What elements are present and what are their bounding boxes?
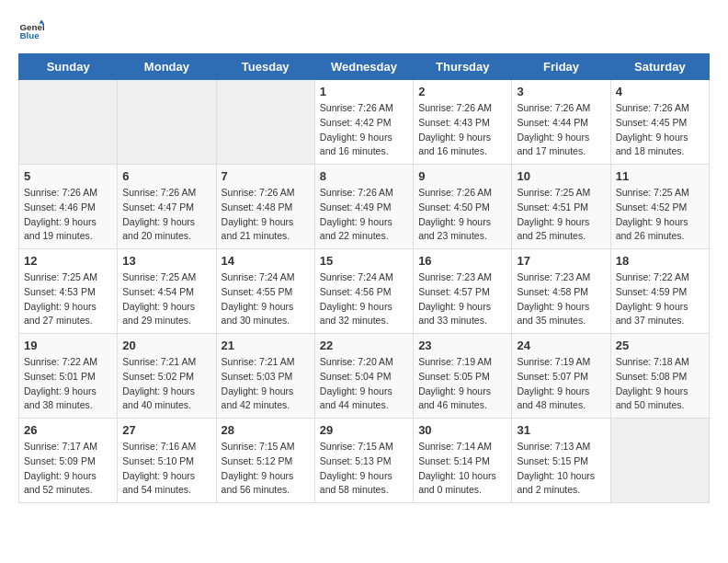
- day-number: 29: [320, 423, 408, 437]
- day-info: Sunrise: 7:22 AMSunset: 4:59 PMDaylight:…: [616, 270, 704, 328]
- calendar-cell: 20Sunrise: 7:21 AMSunset: 5:02 PMDayligh…: [118, 334, 216, 419]
- calendar-cell: 21Sunrise: 7:21 AMSunset: 5:03 PMDayligh…: [216, 334, 314, 419]
- calendar-cell: 5Sunrise: 7:26 AMSunset: 4:46 PMDaylight…: [19, 165, 118, 249]
- calendar-cell: 13Sunrise: 7:25 AMSunset: 4:54 PMDayligh…: [118, 249, 216, 334]
- logo-icon: General Blue: [18, 18, 44, 44]
- day-info: Sunrise: 7:26 AMSunset: 4:49 PMDaylight:…: [320, 186, 408, 244]
- header-day: Thursday: [414, 54, 512, 80]
- day-number: 31: [517, 423, 605, 437]
- calendar-cell: 19Sunrise: 7:22 AMSunset: 5:01 PMDayligh…: [19, 334, 118, 419]
- calendar-cell: 9Sunrise: 7:26 AMSunset: 4:50 PMDaylight…: [414, 165, 512, 249]
- day-info: Sunrise: 7:13 AMSunset: 5:15 PMDaylight:…: [517, 440, 605, 498]
- day-number: 6: [122, 169, 210, 183]
- day-number: 21: [222, 339, 310, 352]
- day-number: 2: [418, 85, 506, 98]
- calendar-week-row: 19Sunrise: 7:22 AMSunset: 5:01 PMDayligh…: [19, 334, 710, 419]
- calendar-week-row: 26Sunrise: 7:17 AMSunset: 5:09 PMDayligh…: [19, 419, 710, 503]
- day-info: Sunrise: 7:25 AMSunset: 4:51 PMDaylight:…: [517, 186, 605, 244]
- day-number: 14: [222, 254, 310, 268]
- calendar-cell: 4Sunrise: 7:26 AMSunset: 4:45 PMDaylight…: [610, 80, 709, 165]
- day-info: Sunrise: 7:15 AMSunset: 5:12 PMDaylight:…: [222, 440, 310, 498]
- day-number: 27: [122, 423, 210, 437]
- day-info: Sunrise: 7:26 AMSunset: 4:44 PMDaylight:…: [517, 101, 605, 159]
- day-info: Sunrise: 7:17 AMSunset: 5:09 PMDaylight:…: [24, 440, 112, 498]
- calendar-cell: [19, 80, 118, 165]
- day-number: 1: [320, 85, 408, 98]
- calendar-cell: 14Sunrise: 7:24 AMSunset: 4:55 PMDayligh…: [216, 249, 314, 334]
- day-info: Sunrise: 7:14 AMSunset: 5:14 PMDaylight:…: [418, 440, 506, 498]
- calendar-cell: [216, 80, 314, 165]
- header-day: Friday: [512, 54, 610, 80]
- day-info: Sunrise: 7:23 AMSunset: 4:58 PMDaylight:…: [517, 270, 605, 328]
- calendar-cell: 10Sunrise: 7:25 AMSunset: 4:51 PMDayligh…: [512, 165, 610, 249]
- day-info: Sunrise: 7:15 AMSunset: 5:13 PMDaylight:…: [320, 440, 408, 498]
- calendar-week-row: 12Sunrise: 7:25 AMSunset: 4:53 PMDayligh…: [19, 249, 710, 334]
- day-info: Sunrise: 7:26 AMSunset: 4:45 PMDaylight:…: [616, 101, 704, 159]
- day-info: Sunrise: 7:20 AMSunset: 5:04 PMDaylight:…: [320, 355, 408, 413]
- calendar-cell: 23Sunrise: 7:19 AMSunset: 5:05 PMDayligh…: [414, 334, 512, 419]
- calendar-cell: 29Sunrise: 7:15 AMSunset: 5:13 PMDayligh…: [314, 419, 413, 503]
- day-number: 18: [616, 254, 704, 268]
- day-number: 12: [24, 254, 112, 268]
- day-info: Sunrise: 7:23 AMSunset: 4:57 PMDaylight:…: [418, 270, 506, 328]
- calendar-cell: 18Sunrise: 7:22 AMSunset: 4:59 PMDayligh…: [610, 249, 709, 334]
- day-info: Sunrise: 7:24 AMSunset: 4:56 PMDaylight:…: [320, 270, 408, 328]
- day-info: Sunrise: 7:19 AMSunset: 5:07 PMDaylight:…: [517, 355, 605, 413]
- day-info: Sunrise: 7:19 AMSunset: 5:05 PMDaylight:…: [418, 355, 506, 413]
- header-day: Saturday: [610, 54, 709, 80]
- day-info: Sunrise: 7:26 AMSunset: 4:43 PMDaylight:…: [418, 101, 506, 159]
- day-number: 30: [418, 423, 506, 437]
- svg-text:Blue: Blue: [19, 30, 40, 40]
- calendar-cell: 15Sunrise: 7:24 AMSunset: 4:56 PMDayligh…: [314, 249, 413, 334]
- calendar-cell: 24Sunrise: 7:19 AMSunset: 5:07 PMDayligh…: [512, 334, 610, 419]
- calendar-cell: 6Sunrise: 7:26 AMSunset: 4:47 PMDaylight…: [118, 165, 216, 249]
- calendar-cell: 8Sunrise: 7:26 AMSunset: 4:49 PMDaylight…: [314, 165, 413, 249]
- day-number: 17: [517, 254, 605, 268]
- calendar-cell: 2Sunrise: 7:26 AMSunset: 4:43 PMDaylight…: [414, 80, 512, 165]
- day-info: Sunrise: 7:26 AMSunset: 4:48 PMDaylight:…: [222, 186, 310, 244]
- calendar-cell: 31Sunrise: 7:13 AMSunset: 5:15 PMDayligh…: [512, 419, 610, 503]
- day-number: 9: [418, 169, 506, 183]
- day-info: Sunrise: 7:16 AMSunset: 5:10 PMDaylight:…: [122, 440, 210, 498]
- calendar-cell: 28Sunrise: 7:15 AMSunset: 5:12 PMDayligh…: [216, 419, 314, 503]
- calendar-cell: 7Sunrise: 7:26 AMSunset: 4:48 PMDaylight…: [216, 165, 314, 249]
- day-number: 16: [418, 254, 506, 268]
- day-number: 3: [517, 85, 605, 98]
- header-day: Sunday: [19, 54, 118, 80]
- day-info: Sunrise: 7:24 AMSunset: 4:55 PMDaylight:…: [222, 270, 310, 328]
- header-day: Tuesday: [216, 54, 314, 80]
- calendar-cell: 3Sunrise: 7:26 AMSunset: 4:44 PMDaylight…: [512, 80, 610, 165]
- day-number: 28: [222, 423, 310, 437]
- calendar-week-row: 5Sunrise: 7:26 AMSunset: 4:46 PMDaylight…: [19, 165, 710, 249]
- header-row: SundayMondayTuesdayWednesdayThursdayFrid…: [19, 54, 710, 80]
- day-info: Sunrise: 7:18 AMSunset: 5:08 PMDaylight:…: [616, 355, 704, 413]
- calendar-cell: 1Sunrise: 7:26 AMSunset: 4:42 PMDaylight…: [314, 80, 413, 165]
- day-info: Sunrise: 7:25 AMSunset: 4:53 PMDaylight:…: [24, 270, 112, 328]
- day-number: 20: [122, 339, 210, 352]
- calendar-table: SundayMondayTuesdayWednesdayThursdayFrid…: [18, 53, 710, 503]
- day-number: 15: [320, 254, 408, 268]
- calendar-cell: 27Sunrise: 7:16 AMSunset: 5:10 PMDayligh…: [118, 419, 216, 503]
- day-number: 24: [517, 339, 605, 352]
- day-info: Sunrise: 7:25 AMSunset: 4:54 PMDaylight:…: [122, 270, 210, 328]
- calendar-cell: [610, 419, 709, 503]
- calendar-cell: 26Sunrise: 7:17 AMSunset: 5:09 PMDayligh…: [19, 419, 118, 503]
- day-number: 13: [122, 254, 210, 268]
- day-info: Sunrise: 7:21 AMSunset: 5:02 PMDaylight:…: [122, 355, 210, 413]
- day-info: Sunrise: 7:26 AMSunset: 4:50 PMDaylight:…: [418, 186, 506, 244]
- day-number: 8: [320, 169, 408, 183]
- calendar-cell: 30Sunrise: 7:14 AMSunset: 5:14 PMDayligh…: [414, 419, 512, 503]
- day-info: Sunrise: 7:22 AMSunset: 5:01 PMDaylight:…: [24, 355, 112, 413]
- day-info: Sunrise: 7:26 AMSunset: 4:46 PMDaylight:…: [24, 186, 112, 244]
- day-info: Sunrise: 7:26 AMSunset: 4:42 PMDaylight:…: [320, 101, 408, 159]
- day-number: 26: [24, 423, 112, 437]
- logo: General Blue: [18, 18, 48, 44]
- day-number: 25: [616, 339, 704, 352]
- day-number: 5: [24, 169, 112, 183]
- calendar-cell: 17Sunrise: 7:23 AMSunset: 4:58 PMDayligh…: [512, 249, 610, 334]
- page-header: General Blue: [18, 18, 710, 44]
- calendar-cell: 12Sunrise: 7:25 AMSunset: 4:53 PMDayligh…: [19, 249, 118, 334]
- day-number: 7: [222, 169, 310, 183]
- day-info: Sunrise: 7:25 AMSunset: 4:52 PMDaylight:…: [616, 186, 704, 244]
- day-number: 10: [517, 169, 605, 183]
